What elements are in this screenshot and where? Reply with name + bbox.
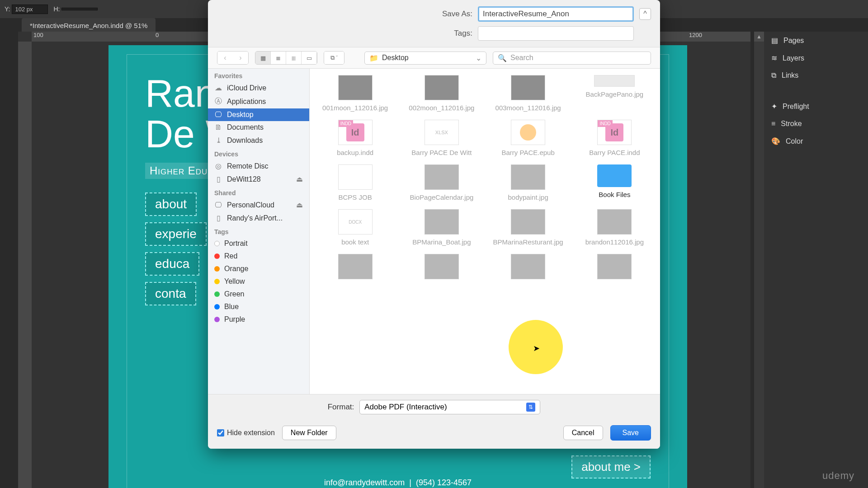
finder-sidebar: Favorites ☁︎iCloud Drive ⒶApplications 🖵… [208,69,310,394]
file-item[interactable]: 002moon_112016.jpg [401,75,482,112]
about-me-button[interactable]: about me > [571,455,651,479]
panel-layers[interactable]: ≋Layers [764,49,868,67]
nav-education[interactable]: educa [145,252,199,276]
file-item[interactable] [314,254,396,283]
color-icon: 🎨 [771,137,780,145]
list-view-button[interactable]: ≣ [271,52,286,64]
file-item[interactable]: BPMarinaResturant.jpg [487,209,569,246]
file-name: Barry PACE.indd [589,149,640,156]
eject-icon[interactable]: ⏏ [296,175,303,183]
file-thumbnail [338,164,373,190]
hide-extension-checkbox[interactable]: Hide extension [217,429,275,437]
sidebar-tag[interactable]: Purple [208,313,309,326]
forward-button[interactable]: › [233,52,248,64]
file-item[interactable]: BackPagePano.jpg [574,75,656,112]
new-folder-button[interactable]: New Folder [282,426,336,440]
file-thumbnail [597,209,632,235]
sidebar-tag[interactable]: Red [208,250,309,263]
file-item[interactable]: XLSXBarry PACE De Witt [401,120,482,156]
sidebar-downloads[interactable]: ⤓Downloads [208,134,309,147]
document-tab[interactable]: *InteractiveResume_Anon.indd @ 51% [22,18,156,33]
eject-icon[interactable]: ⏏ [296,201,303,209]
file-item[interactable]: IdBarry PACE.indd [574,120,656,156]
back-button[interactable]: ‹ [217,52,233,64]
cloud-icon: ☁︎ [214,84,222,92]
icon-view-button[interactable]: ▦ [255,52,271,64]
file-item[interactable]: BioPageCalendar.jpg [401,164,482,201]
format-dropdown[interactable]: Adobe PDF (Interactive) ⇅ [359,400,540,414]
panel-pages[interactable]: ▤Pages [764,32,868,49]
coverflow-view-button[interactable]: ▭ [302,52,317,64]
file-item[interactable] [574,254,656,283]
file-thumbnail [338,254,373,279]
file-item[interactable]: Book Files [574,164,656,201]
file-item[interactable]: 003moon_112016.jpg [487,75,569,112]
downloads-icon: ⤓ [214,136,222,145]
favorites-heading: Favorites [208,69,309,81]
sidebar-tag[interactable]: Blue [208,300,309,313]
stroke-icon: ≡ [771,120,775,128]
save-dialog: Save As: ^ Tags: ‹ › ▦ ≣ ⫼ ▭ ⧉ ˅ [208,0,660,449]
sidebar-personalcloud[interactable]: 🖵PersonalCloud⏏ [208,198,309,211]
nav-about[interactable]: about [145,192,197,216]
file-item[interactable]: Idbackup.indd [314,120,396,156]
sidebar-tag[interactable]: Orange [208,263,309,275]
scrollbar-vertical[interactable]: ▲ [754,32,764,488]
file-thumbnail [594,75,635,87]
file-name: brandon112016.jpg [585,238,644,246]
file-item[interactable]: 001moon_112016.jpg [314,75,396,112]
panel-links[interactable]: ⧉Links [764,67,868,84]
save-as-input[interactable] [478,6,634,22]
column-view-button[interactable]: ⫼ [286,52,302,64]
save-button[interactable]: Save [610,425,651,441]
file-item[interactable]: Barry PACE.epub [487,120,569,156]
tag-dot-icon [214,266,220,272]
cancel-button[interactable]: Cancel [563,426,603,440]
file-name: BPMarinaResturant.jpg [493,238,563,246]
file-thumbnail: DOCX [338,209,373,235]
sidebar-documents[interactable]: 🗎Documents [208,121,309,134]
group-button[interactable]: ⧉ ˅ [324,52,344,64]
sidebar-airport[interactable]: ▯Randy's AirPort... [208,211,309,225]
file-item[interactable]: DOCXbook text [314,209,396,246]
collapse-button[interactable]: ^ [639,8,651,20]
tags-input[interactable] [478,26,634,41]
y-value[interactable]: 102 px [12,5,48,14]
file-thumbnail [511,164,545,190]
nav-experience[interactable]: experie [145,222,207,246]
file-item[interactable] [401,254,482,283]
shared-heading: Shared [208,186,309,198]
format-label: Format: [328,403,354,412]
file-item[interactable]: BPMarina_Boat.jpg [401,209,482,246]
sidebar-remote-disc[interactable]: ◎Remote Disc [208,160,309,173]
scroll-up-icon[interactable]: ▲ [754,32,764,42]
sidebar-dewitt128[interactable]: ▯DeWitt128⏏ [208,173,309,186]
file-name: 002moon_112016.jpg [409,104,474,112]
sidebar-applications[interactable]: ⒶApplications [208,94,309,108]
sidebar-desktop[interactable]: 🖵Desktop [208,108,309,121]
file-item[interactable] [487,254,569,283]
sidebar-tag[interactable]: Green [208,288,309,300]
file-grid[interactable]: 001moon_112016.jpg002moon_112016.jpg003m… [310,69,660,394]
panel-color[interactable]: 🎨Color [764,132,868,150]
page-footer: info@randydewitt.com | (954) 123-4567 [127,478,669,488]
sidebar-tag[interactable]: Portrait [208,237,309,250]
file-item[interactable]: brandon112016.jpg [574,209,656,246]
search-input[interactable]: 🔍 Search [493,52,651,65]
file-item[interactable]: bodypaint.jpg [487,164,569,201]
file-name: BackPagePano.jpg [586,90,644,98]
chevron-updown-icon: ⇅ [526,403,535,412]
panel-stroke[interactable]: ≡Stroke [764,115,868,132]
links-icon: ⧉ [771,71,776,80]
file-thumbnail [425,209,459,235]
nav-contact[interactable]: conta [145,282,196,305]
file-name: Barry PACE.epub [501,149,554,156]
h-value[interactable] [61,8,98,10]
panel-preflight[interactable]: ✦Preflight [764,98,868,115]
udemy-watermark: udemy [822,470,854,482]
sidebar-icloud[interactable]: ☁︎iCloud Drive [208,81,309,94]
file-name: BioPageCalendar.jpg [410,193,473,201]
location-dropdown[interactable]: 📁 Desktop ⌄ [364,52,486,65]
sidebar-tag[interactable]: Yellow [208,275,309,288]
file-item[interactable]: BCPS JOB [314,164,396,201]
